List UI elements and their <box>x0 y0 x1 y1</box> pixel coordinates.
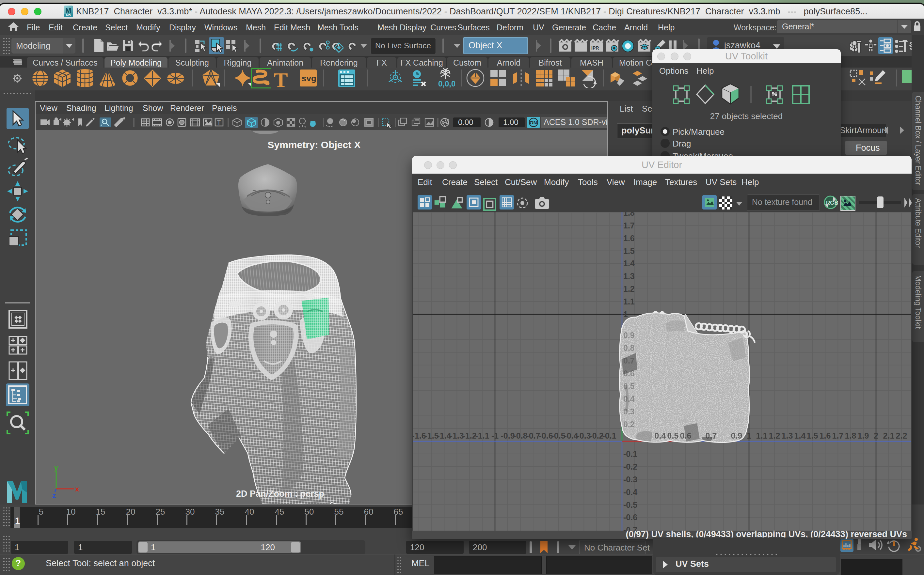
svg-text:0.5: 0.5 <box>667 431 679 440</box>
svg-text:0.7: 0.7 <box>623 356 635 365</box>
svg-text:1.00: 1.00 <box>503 118 518 127</box>
svg-text:0.9: 0.9 <box>623 330 635 340</box>
svg-text:-0.3: -0.3 <box>577 431 591 440</box>
svg-text:-0.5: -0.5 <box>623 500 637 510</box>
svg-text:0.4: 0.4 <box>655 431 666 440</box>
svg-text:-0.7: -0.7 <box>526 431 540 440</box>
svg-text:-1.6: -1.6 <box>413 431 426 440</box>
svg-text:1.6: 1.6 <box>819 431 831 440</box>
svg-text:1.3: 1.3 <box>623 272 635 281</box>
svg-text:1.4: 1.4 <box>623 259 635 268</box>
svg-text:0.00: 0.00 <box>458 118 474 127</box>
svg-text:-0.6: -0.6 <box>539 431 553 440</box>
svg-text:0.2: 0.2 <box>623 420 635 429</box>
svg-text:ON: ON <box>530 120 537 125</box>
svg-text:-0.1: -0.1 <box>602 431 616 440</box>
svg-text:T: T <box>217 119 221 126</box>
svg-text:x: x <box>75 485 80 493</box>
svg-text:-1: -1 <box>491 431 499 440</box>
svg-text:1.4: 1.4 <box>794 431 806 440</box>
svg-text:-1.2: -1.2 <box>462 431 476 440</box>
svg-text:0.3: 0.3 <box>623 407 635 416</box>
svg-text:1.6: 1.6 <box>623 233 635 243</box>
svg-text:-0.2: -0.2 <box>589 431 603 440</box>
svg-text:0.7: 0.7 <box>706 431 717 440</box>
svg-text:0.4: 0.4 <box>623 394 635 403</box>
svg-text:Symmetry: Object X: Symmetry: Object X <box>267 139 361 150</box>
svg-text:1.5: 1.5 <box>623 246 635 256</box>
svg-text:0.8: 0.8 <box>623 343 635 353</box>
svg-text:1.3: 1.3 <box>782 431 793 440</box>
svg-text:1.5: 1.5 <box>807 431 818 440</box>
svg-text:-1.3: -1.3 <box>450 431 464 440</box>
svg-text:-0.8: -0.8 <box>513 431 527 440</box>
svg-text:1.1: 1.1 <box>756 431 768 440</box>
svg-text:ACES 1.0 SDR-video: ACES 1.0 SDR-video <box>544 118 608 127</box>
svg-text:IPR: IPR <box>591 45 599 51</box>
svg-text:y: y <box>54 464 59 472</box>
svg-text:-0.5: -0.5 <box>551 431 565 440</box>
svg-text:2.2: 2.2 <box>896 431 907 440</box>
svg-text:2D Pan/Zoom : persp: 2D Pan/Zoom : persp <box>236 489 324 499</box>
svg-text:1: 1 <box>623 310 628 319</box>
svg-text:1.7: 1.7 <box>623 221 635 230</box>
svg-text:-0.3: -0.3 <box>623 475 637 484</box>
svg-text:0.6: 0.6 <box>623 369 635 378</box>
svg-text:-0.6: -0.6 <box>623 513 637 522</box>
svg-text:1.9: 1.9 <box>858 431 869 440</box>
svg-text:-0.2: -0.2 <box>623 462 637 471</box>
svg-text:0.5: 0.5 <box>623 381 635 391</box>
svg-text:0.6: 0.6 <box>680 431 692 440</box>
svg-text:1: 1 <box>747 431 751 440</box>
svg-text:2: 2 <box>874 431 878 440</box>
svg-text:0,0,0: 0,0,0 <box>438 79 455 88</box>
svg-text:z: z <box>52 491 56 500</box>
svg-text:-0.4: -0.4 <box>564 431 578 440</box>
svg-text:-1.4: -1.4 <box>437 431 451 440</box>
svg-text:1.7: 1.7 <box>832 431 844 440</box>
svg-text:0.9: 0.9 <box>731 431 743 440</box>
svg-text:-0.1: -0.1 <box>623 450 637 459</box>
svg-text:-0.9: -0.9 <box>501 431 515 440</box>
svg-text:-1.5: -1.5 <box>425 431 439 440</box>
svg-text:2.1: 2.1 <box>883 431 895 440</box>
svg-text:1.2: 1.2 <box>769 431 780 440</box>
svg-text:1.8: 1.8 <box>845 431 856 440</box>
svg-text:1.2: 1.2 <box>623 284 635 293</box>
svg-text:1.1: 1.1 <box>623 297 635 306</box>
svg-text:-1.1: -1.1 <box>475 431 489 440</box>
svg-text:-0.4: -0.4 <box>623 488 637 497</box>
svg-text:1.8: 1.8 <box>623 212 635 218</box>
